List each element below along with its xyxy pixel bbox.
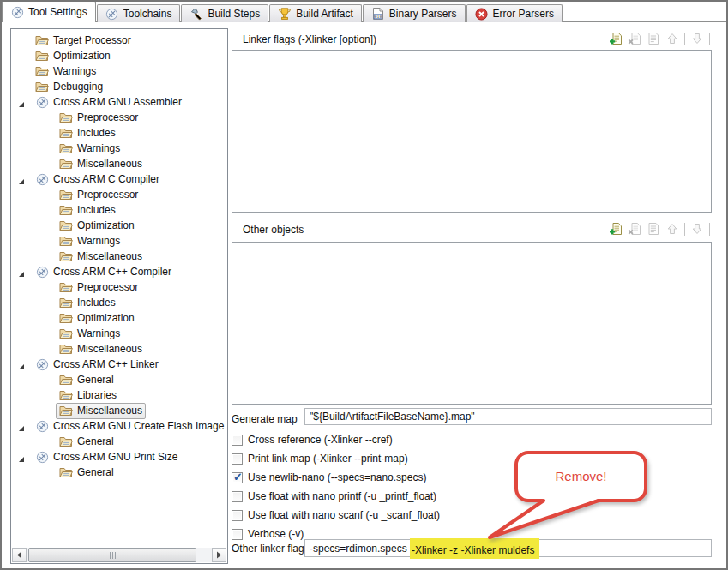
tab-toolchains[interactable]: Toolchains bbox=[97, 4, 181, 22]
tree-item-label: Warnings bbox=[77, 327, 120, 339]
tree-item-label: Debugging bbox=[53, 81, 103, 93]
move-down-button bbox=[690, 222, 704, 236]
expand-arrow-icon[interactable] bbox=[18, 453, 25, 460]
settings-folder-icon bbox=[59, 404, 73, 417]
tree-item-debugging[interactable]: Debugging bbox=[11, 79, 227, 94]
tree-item-label: Warnings bbox=[77, 235, 120, 247]
tree-item-cross-arm-gnu-assembler[interactable]: Cross ARM GNU Assembler bbox=[11, 94, 227, 110]
other-linker-flags-label: Other linker flags bbox=[232, 543, 310, 555]
tab-build-artifact[interactable]: Build Artifact bbox=[269, 4, 362, 22]
tab-error-parsers[interactable]: Error Parsers bbox=[466, 4, 563, 22]
checkbox-use-float-with-nano-printf-u-printf-float[interactable] bbox=[232, 491, 243, 502]
tree-item-miscellaneous[interactable]: Miscellaneous bbox=[11, 341, 227, 357]
checkbox-row-cross-reference-xlinker-cref: Cross reference (-Xlinker --cref) bbox=[232, 430, 440, 449]
tree-item-optimization[interactable]: Optimization bbox=[11, 218, 227, 233]
tree-item-cross-arm-gnu-create-flash-image[interactable]: Cross ARM GNU Create Flash Image bbox=[11, 418, 227, 434]
tree-item-warnings[interactable]: Warnings bbox=[11, 141, 227, 156]
expand-arrow-icon[interactable] bbox=[18, 176, 25, 183]
checkbox-row-use-float-with-nano-scanf-u-scanf-float: Use float with nano scanf (-u _scanf_flo… bbox=[232, 506, 440, 525]
tab-tool-settings[interactable]: Tool Settings bbox=[2, 1, 96, 22]
move-up-button bbox=[665, 222, 679, 236]
expand-arrow-icon[interactable] bbox=[18, 268, 25, 275]
hammer-icon bbox=[190, 7, 203, 21]
checkbox-label: Use float with nano printf (-u _printf_f… bbox=[248, 490, 436, 502]
tree-item-label: Cross ARM C++ Compiler bbox=[53, 266, 171, 278]
add-item-button[interactable] bbox=[609, 222, 623, 236]
tree-item-warnings[interactable]: Warnings bbox=[11, 326, 227, 341]
tree-item-preprocessor[interactable]: Preprocessor bbox=[11, 110, 227, 125]
tab-binary-parsers[interactable]: 010Binary Parsers bbox=[363, 4, 466, 22]
tree-item-cross-arm-c-compiler[interactable]: Cross ARM C Compiler bbox=[11, 171, 227, 187]
tree-item-preprocessor[interactable]: Preprocessor bbox=[11, 187, 227, 202]
settings-tree-panel[interactable]: Target ProcessorOptimizationWarningsDebu… bbox=[10, 28, 228, 564]
tree-item-libraries[interactable]: Libraries bbox=[11, 387, 227, 403]
highlighted-flags-text: -Xlinker -z -Xlinker muldefs bbox=[410, 538, 539, 559]
scroll-left-button[interactable] bbox=[12, 548, 27, 562]
tree-item-label: Miscellaneous bbox=[77, 158, 142, 170]
linker-option-checkboxes: Cross reference (-Xlinker --cref)Print l… bbox=[232, 430, 440, 543]
tree-item-optimization[interactable]: Optimization bbox=[11, 48, 227, 63]
svg-text:010: 010 bbox=[375, 15, 382, 19]
scroll-left-arrow-icon bbox=[16, 551, 22, 559]
tree-item-includes[interactable]: Includes bbox=[11, 202, 227, 218]
settings-tree: Target ProcessorOptimizationWarningsDebu… bbox=[11, 29, 227, 480]
checkbox-label: Use newlib-nano (--specs=nano.specs) bbox=[248, 471, 426, 483]
tree-item-target-processor[interactable]: Target Processor bbox=[11, 33, 227, 48]
add-item-button[interactable] bbox=[609, 32, 623, 45]
tree-item-cross-arm-gnu-print-size[interactable]: Cross ARM GNU Print Size bbox=[11, 449, 227, 465]
checkbox-cross-reference-xlinker-cref[interactable] bbox=[232, 435, 243, 446]
toolbar-separator bbox=[709, 33, 710, 45]
generate-map-input[interactable] bbox=[304, 408, 712, 425]
tree-item-miscellaneous[interactable]: Miscellaneous bbox=[11, 156, 227, 171]
tree-item-general[interactable]: General bbox=[11, 465, 227, 480]
tree-item-label: Miscellaneous bbox=[77, 250, 142, 262]
settings-folder-icon bbox=[35, 64, 49, 78]
checkbox-use-newlib-nano-specs-nano-specs[interactable] bbox=[232, 472, 243, 483]
delete-item-icon bbox=[628, 222, 641, 236]
tree-item-cross-arm-c-linker[interactable]: Cross ARM C++ Linker bbox=[11, 357, 227, 372]
tree-item-includes[interactable]: Includes bbox=[11, 295, 227, 310]
tree-item-miscellaneous[interactable]: Miscellaneous bbox=[11, 249, 227, 264]
wrench-icon bbox=[35, 450, 49, 464]
tab-build-steps[interactable]: Build Steps bbox=[181, 4, 268, 22]
tree-item-warnings[interactable]: Warnings bbox=[11, 63, 227, 79]
move-down-icon bbox=[690, 32, 704, 45]
tab-label: Build Steps bbox=[208, 8, 260, 20]
linker-flags-toolbar bbox=[609, 31, 715, 46]
expand-arrow-icon[interactable] bbox=[18, 361, 25, 368]
delete-item-button bbox=[628, 222, 641, 236]
wrench-icon bbox=[35, 265, 49, 279]
binary-file-icon: 010 bbox=[371, 7, 385, 21]
scrollbar-thumb[interactable] bbox=[28, 548, 196, 562]
checkbox-use-float-with-nano-scanf-u-scanf-float[interactable] bbox=[232, 510, 243, 521]
tree-item-label: General bbox=[77, 435, 114, 447]
tree-item-general[interactable]: General bbox=[11, 372, 227, 387]
tree-item-optimization[interactable]: Optimization bbox=[11, 310, 227, 326]
tree-item-preprocessor[interactable]: Preprocessor bbox=[11, 279, 227, 295]
tree-item-cross-arm-c-compiler[interactable]: Cross ARM C++ Compiler bbox=[11, 264, 227, 279]
tab-label: Error Parsers bbox=[493, 8, 554, 20]
wrench-icon bbox=[35, 419, 49, 433]
settings-folder-icon bbox=[59, 296, 73, 309]
horizontal-scrollbar[interactable] bbox=[12, 548, 226, 562]
tab-label: Toolchains bbox=[123, 8, 172, 20]
checkbox-verbose-v[interactable] bbox=[232, 529, 243, 540]
checkbox-print-link-map-xlinker-print-map[interactable] bbox=[232, 453, 243, 465]
expand-arrow-icon[interactable] bbox=[18, 423, 25, 429]
tree-item-miscellaneous[interactable]: Miscellaneous bbox=[11, 403, 227, 418]
tree-item-label: Preprocessor bbox=[77, 189, 138, 201]
tree-item-includes[interactable]: Includes bbox=[11, 125, 227, 141]
linker-flags-list[interactable] bbox=[232, 50, 712, 213]
settings-folder-icon bbox=[59, 188, 73, 201]
expand-arrow-icon[interactable] bbox=[18, 99, 25, 105]
tree-item-warnings[interactable]: Warnings bbox=[11, 233, 227, 249]
wrench-icon bbox=[35, 172, 49, 186]
settings-folder-icon bbox=[59, 141, 73, 155]
scroll-right-button[interactable] bbox=[212, 548, 226, 562]
tree-item-label: General bbox=[77, 374, 114, 386]
tree-item-label: Libraries bbox=[77, 389, 117, 401]
other-objects-list[interactable] bbox=[232, 242, 712, 405]
other-linker-flags-input[interactable]: -specs=rdimon.specs -Xlinker -z -Xlinker… bbox=[304, 539, 712, 557]
tree-item-general[interactable]: General bbox=[11, 434, 227, 449]
tree-item-label: Includes bbox=[77, 204, 116, 216]
